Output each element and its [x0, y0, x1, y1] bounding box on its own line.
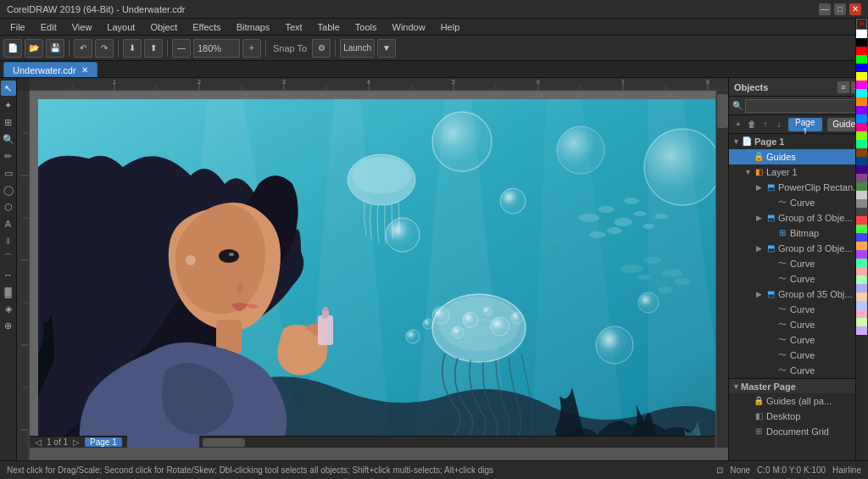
color-swatch[interactable] — [856, 292, 867, 301]
color-swatch[interactable] — [856, 89, 867, 97]
launch-dropdown[interactable]: ▼ — [377, 39, 396, 58]
tree-item-curve6[interactable]: 〜 Curve — [729, 332, 868, 348]
import-button[interactable]: ⬇ — [123, 39, 142, 58]
menu-item-window[interactable]: Window — [386, 21, 432, 33]
color-swatch[interactable] — [856, 276, 867, 284]
color-swatch[interactable] — [856, 259, 867, 267]
minimize-button[interactable]: — — [819, 3, 831, 15]
fill-tool[interactable]: ▓ — [1, 284, 16, 299]
color-swatch[interactable] — [856, 174, 867, 182]
tree-item-group3obj1[interactable]: ▶ ⬒ Group of 3 Obje... — [729, 210, 868, 226]
obj-add-button[interactable]: + — [732, 118, 744, 131]
zoom-out-button[interactable]: — — [172, 39, 191, 58]
menu-item-tools[interactable]: Tools — [348, 21, 384, 33]
color-swatch[interactable] — [856, 208, 867, 216]
zoom-input[interactable] — [193, 39, 240, 58]
menu-item-edit[interactable]: Edit — [34, 21, 64, 33]
tree-item-curve4[interactable]: 〜 Curve — [729, 302, 868, 317]
document-tab[interactable]: Underwater.cdr ✕ — [3, 62, 97, 77]
menu-item-effects[interactable]: Effects — [186, 21, 227, 33]
rectangle-tool[interactable]: ▭ — [1, 165, 16, 181]
menu-item-bitmaps[interactable]: Bitmaps — [230, 21, 277, 33]
color-swatch[interactable] — [856, 267, 867, 276]
color-swatch[interactable] — [856, 64, 867, 72]
color-swatch[interactable] — [856, 30, 867, 38]
color-swatch[interactable] — [856, 114, 867, 123]
color-swatch[interactable] — [856, 165, 867, 174]
color-swatch[interactable] — [856, 233, 867, 242]
menu-item-table[interactable]: Table — [311, 21, 347, 33]
save-button[interactable]: 💾 — [46, 39, 64, 58]
tree-item-group3obj2[interactable]: ▶ ⬒ Group of 3 Obje... — [729, 241, 868, 256]
tree-item-curve7[interactable]: 〜 Curve — [729, 348, 868, 363]
panel-options-button[interactable]: ≡ — [837, 81, 849, 93]
tree-item-curve8[interactable]: 〜 Curve — [729, 363, 868, 378]
color-swatch[interactable] — [856, 131, 867, 140]
polygon-tool[interactable]: ⬡ — [1, 199, 16, 214]
tree-item-page1[interactable]: ▼ 📄 Page 1 — [729, 134, 868, 149]
tree-item-curve1[interactable]: 〜 Curve — [729, 195, 868, 210]
color-swatch[interactable] — [856, 309, 867, 318]
color-swatch[interactable] — [856, 250, 867, 259]
color-swatch[interactable] — [856, 140, 867, 148]
vscroll-thumb[interactable] — [717, 94, 728, 128]
node-tool[interactable]: ✦ — [1, 97, 16, 113]
smart-fill[interactable]: ⊕ — [1, 318, 16, 333]
color-swatch[interactable] — [856, 38, 867, 47]
new-button[interactable]: 📄 — [3, 39, 22, 58]
color-swatch[interactable] — [856, 284, 867, 292]
color-swatch[interactable] — [856, 326, 867, 335]
measure-tool[interactable]: ↔ — [1, 267, 16, 282]
next-page-btn[interactable]: ▷ — [73, 437, 80, 447]
ellipse-tool[interactable]: ◯ — [1, 182, 16, 198]
color-swatch[interactable] — [856, 216, 867, 225]
color-swatch[interactable] — [856, 55, 867, 64]
tree-item-curve5[interactable]: 〜 Curve — [729, 317, 868, 332]
snap-settings-button[interactable]: ⚙ — [312, 39, 331, 58]
canvas-area[interactable]: 1 2 3 4 5 6 — [17, 78, 728, 460]
undo-button[interactable]: ↶ — [74, 39, 92, 58]
maximize-button[interactable]: □ — [834, 3, 846, 15]
zoom-tool[interactable]: 🔍 — [1, 131, 16, 147]
color-swatch[interactable] — [856, 97, 867, 106]
menu-item-object[interactable]: Object — [143, 21, 184, 33]
color-swatch[interactable] — [856, 157, 867, 165]
text-tool[interactable]: A — [1, 216, 16, 231]
export-button[interactable]: ⬆ — [144, 39, 163, 58]
tree-item-desktop[interactable]: ◧ Desktop 🔒 — [729, 409, 868, 424]
tree-item-guides[interactable]: 🔒 Guides 🔒 — [729, 149, 868, 164]
menu-item-text[interactable]: Text — [278, 21, 309, 33]
no-fill-swatch[interactable]: ✕ — [856, 19, 867, 30]
tree-item-curve2[interactable]: 〜 Curve — [729, 256, 868, 271]
obj-delete-button[interactable]: 🗑 — [746, 118, 758, 131]
search-input[interactable] — [745, 99, 865, 113]
color-swatch[interactable] — [856, 242, 867, 250]
color-swatch[interactable] — [856, 81, 867, 89]
tree-item-powerclip[interactable]: ▶ ⬒ PowerClip Rectan... — [729, 180, 868, 195]
tree-item-curve3[interactable]: 〜 Curve — [729, 271, 868, 287]
tab-close-icon[interactable]: ✕ — [81, 65, 88, 75]
color-swatch[interactable] — [856, 199, 867, 208]
prev-page-btn[interactable]: ◁ — [35, 437, 42, 447]
crop-tool[interactable]: ⊞ — [1, 114, 16, 130]
color-swatch[interactable] — [856, 123, 867, 131]
color-swatch[interactable] — [856, 47, 867, 55]
tree-item-layer1[interactable]: ▼ ◧ Layer 1 — [729, 164, 868, 180]
color-swatch[interactable] — [856, 182, 867, 191]
color-swatch[interactable] — [856, 301, 867, 309]
menu-item-help[interactable]: Help — [434, 21, 467, 33]
menu-item-layout[interactable]: Layout — [100, 21, 142, 33]
obj-down-button[interactable]: ↓ — [773, 118, 785, 131]
menu-item-file[interactable]: File — [3, 21, 32, 33]
freehand-tool[interactable]: ✏ — [1, 148, 16, 164]
color-swatch[interactable] — [856, 72, 867, 81]
color-swatch[interactable] — [856, 106, 867, 114]
interactive-fill[interactable]: ◈ — [1, 301, 16, 316]
color-swatch[interactable] — [856, 318, 867, 326]
open-button[interactable]: 📂 — [25, 39, 43, 58]
parallel-tool[interactable]: ⫴ — [1, 233, 16, 248]
tree-item-group35[interactable]: ▶ ⬒ Group of 35 Obj... — [729, 287, 868, 302]
hscroll-thumb[interactable] — [203, 438, 245, 447]
master-page-header[interactable]: ▼ Master Page — [729, 378, 868, 393]
menu-item-view[interactable]: View — [65, 21, 99, 33]
